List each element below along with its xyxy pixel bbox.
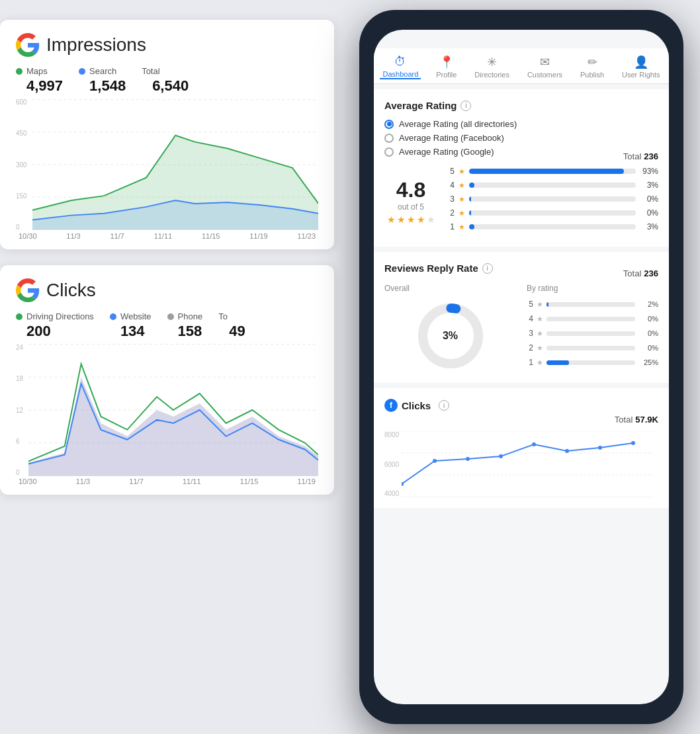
- website-legend: Website 134: [110, 311, 152, 340]
- x-label: 11/19: [297, 477, 316, 485]
- bar-fill-5: [469, 169, 624, 174]
- bar-pct-1: 3%: [640, 222, 658, 231]
- bar-fill-3: [469, 196, 471, 202]
- nav-dashboard[interactable]: ⏱ Dashboard: [380, 55, 421, 79]
- reply-bar-pct-3: 0%: [638, 329, 658, 337]
- y-8000: 8000: [384, 431, 399, 438]
- nav-userrights[interactable]: 👤 User Rights: [619, 55, 662, 79]
- x-label: 11/15: [240, 477, 259, 485]
- bar-fill-1: [469, 224, 474, 229]
- driving-label: Driving Directions: [26, 311, 94, 321]
- impressions-x-labels: 10/30 11/3 11/7 11/11 11/15 11/19 11/23: [16, 232, 318, 240]
- clicks-total-row: Total 57.9K: [384, 415, 658, 425]
- bar-fill-4: [469, 183, 474, 188]
- fb-clicks-title: Clicks: [402, 400, 431, 411]
- reply-bar-3: 3 ★ 0%: [527, 329, 658, 338]
- reply-bar-bg-2: [547, 346, 635, 350]
- maps-label: Maps: [26, 66, 48, 76]
- bar-bg-1: [469, 224, 636, 229]
- bar-row-5: 5 ★ 93%: [448, 167, 658, 176]
- bar-row-1: 1 ★ 3%: [448, 222, 658, 231]
- bar-bg-4: [469, 183, 636, 188]
- big-rating-num: 4.8: [396, 178, 425, 202]
- x-label: 11/7: [129, 477, 143, 485]
- customers-icon: ✉: [540, 55, 550, 69]
- x-label: 10/30: [19, 232, 37, 240]
- x-label: 11/11: [183, 477, 201, 485]
- radio-facebook[interactable]: Average Rating (Facebook): [384, 133, 658, 143]
- clicks-svg: [28, 344, 318, 476]
- nav-userrights-label: User Rights: [622, 71, 660, 79]
- reply-bar-1: 1 ★ 25%: [527, 358, 658, 367]
- bar-bg-3: [469, 196, 636, 202]
- nav-profile[interactable]: 📍 Profile: [433, 55, 459, 79]
- bar-fill-2: [469, 210, 471, 216]
- out-of-label: out of 5: [398, 202, 424, 212]
- impressions-title: Impressions: [46, 34, 146, 56]
- impressions-chart: 600 450 300 150 0: [16, 99, 318, 231]
- phone-dot: [167, 313, 174, 320]
- website-label: Website: [120, 311, 152, 321]
- donut-wrap: 3%: [414, 300, 487, 372]
- reply-bar-bg-4: [547, 317, 635, 321]
- svg-point-25: [598, 446, 602, 450]
- fb-clicks-info-icon[interactable]: i: [439, 400, 449, 411]
- nav-profile-label: Profile: [436, 71, 457, 79]
- phone-outer: ⏱ Dashboard 📍 Profile ✳ Directories ✉ Cu…: [359, 10, 683, 724]
- star-5: ★: [427, 214, 435, 225]
- y-label: 150: [16, 192, 27, 200]
- avg-rating-info-icon[interactable]: i: [460, 101, 471, 111]
- google-logo: [16, 33, 40, 57]
- stars-row: ★ ★ ★ ★ ★: [387, 214, 435, 225]
- clicks-total-legend: To 49: [218, 311, 245, 340]
- radio-all-dirs-circle: [384, 120, 394, 129]
- x-label: 11/7: [110, 232, 124, 240]
- maps-dot: [16, 68, 22, 75]
- x-label: 11/23: [297, 232, 316, 240]
- radio-all-dirs[interactable]: Average Rating (all directories): [384, 119, 658, 129]
- radio-facebook-label: Average Rating (Facebook): [399, 133, 504, 143]
- reply-section-inner: Overall 3%: [384, 284, 658, 372]
- bar-row-4: 4 ★ 3%: [448, 181, 658, 190]
- x-label: 11/15: [202, 232, 220, 240]
- svg-point-23: [532, 442, 536, 446]
- svg-point-20: [433, 459, 437, 463]
- svg-point-24: [565, 449, 569, 453]
- reply-bar-pct-1: 25%: [638, 358, 658, 366]
- nav-directories[interactable]: ✳ Directories: [472, 55, 512, 79]
- nav-publish-label: Publish: [580, 71, 604, 79]
- reply-rate-info-icon[interactable]: i: [482, 263, 493, 274]
- phone-nav: ⏱ Dashboard 📍 Profile ✳ Directories ✉ Cu…: [374, 48, 669, 84]
- reply-bar-bg-5: [547, 302, 635, 307]
- left-panel: Impressions Maps 4,997 Search 1,548 Tota…: [0, 20, 334, 495]
- reply-bar-4: 4 ★ 0%: [527, 314, 658, 323]
- star-2: ★: [397, 214, 406, 225]
- bar-row-3: 3 ★ 0%: [448, 194, 658, 204]
- nav-publish[interactable]: ✏ Publish: [578, 55, 607, 79]
- y-label: 24: [16, 344, 23, 351]
- userrights-icon: 👤: [634, 55, 648, 69]
- reply-bar-pct-2: 0%: [638, 344, 658, 352]
- search-legend: Search 1,548: [79, 66, 126, 95]
- nav-customers[interactable]: ✉ Customers: [525, 55, 565, 79]
- phone-legend: Phone 158: [167, 311, 203, 340]
- radio-all-dirs-label: Average Rating (all directories): [399, 119, 517, 129]
- avg-rating-title: Average Rating: [384, 100, 457, 111]
- reply-bar-fill-5: [547, 302, 548, 307]
- star-3: ★: [407, 214, 416, 225]
- bar-pct-5: 93%: [640, 167, 658, 176]
- radio-facebook-circle: [384, 134, 394, 143]
- website-value: 134: [110, 323, 152, 340]
- clicks-legend: Driving Directions 200 Website 134 Phone…: [16, 311, 318, 340]
- x-label: 11/11: [154, 232, 173, 240]
- svg-point-22: [499, 454, 503, 458]
- nav-customers-label: Customers: [527, 71, 562, 79]
- bar-pct-3: 0%: [640, 194, 658, 204]
- y-label: 18: [16, 375, 23, 382]
- star-4: ★: [417, 214, 425, 225]
- total-label: Total: [142, 66, 159, 76]
- reply-rate-title: Reviews Reply Rate: [384, 263, 478, 274]
- nav-dashboard-label: Dashboard: [382, 70, 418, 78]
- big-rating: 4.8 out of 5 ★ ★ ★ ★ ★: [384, 178, 437, 225]
- phone-content[interactable]: ⏱ Dashboard 📍 Profile ✳ Directories ✉ Cu…: [374, 30, 669, 704]
